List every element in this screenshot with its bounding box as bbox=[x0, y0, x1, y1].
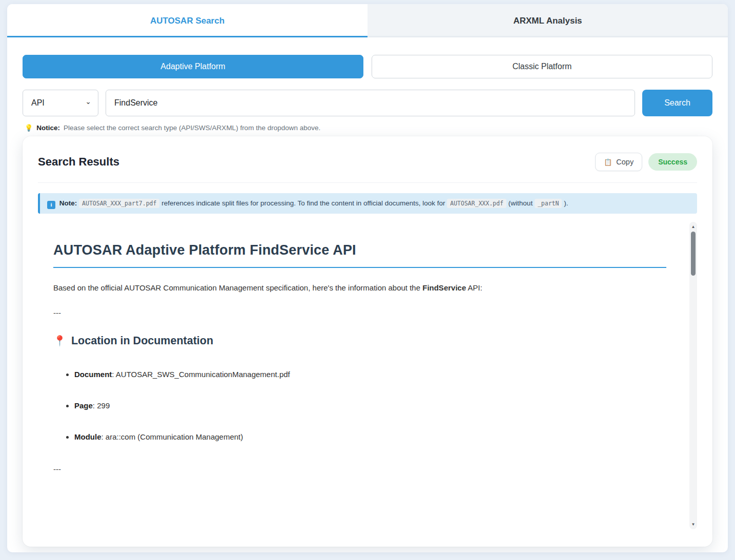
note-banner: i Note: AUTOSAR_XXX_part7.pdf references… bbox=[38, 193, 697, 214]
search-input[interactable] bbox=[106, 90, 635, 116]
tab-autosar-search-label: AUTOSAR Search bbox=[150, 16, 224, 26]
content-intro: Based on the official AUTOSAR Communicat… bbox=[53, 282, 666, 294]
search-results-card: Search Results 📋 Copy Success i Note: AU… bbox=[23, 136, 712, 547]
classic-platform-button[interactable]: Classic Platform bbox=[372, 55, 712, 78]
clipboard-icon: 📋 bbox=[604, 158, 612, 166]
results-header-actions: 📋 Copy Success bbox=[595, 153, 697, 171]
results-content: AUTOSAR Adaptive Platform FindService AP… bbox=[38, 222, 697, 529]
main-container: AUTOSAR Search ARXML Analysis Adaptive P… bbox=[7, 4, 728, 552]
scroll-down-arrow-icon[interactable]: ▼ bbox=[691, 521, 696, 528]
note-text-2: (without bbox=[506, 199, 535, 207]
markdown-divider-2: --- bbox=[53, 464, 666, 475]
note-code-suffix: _partN bbox=[535, 199, 562, 208]
search-row: API ⌄ Search bbox=[23, 90, 712, 116]
search-type-selected-value: API bbox=[31, 98, 45, 108]
section-heading-location: 📍Location in Documentation bbox=[53, 335, 666, 347]
note-text-1: references indicate split files for proc… bbox=[159, 199, 447, 207]
copy-button-label: Copy bbox=[616, 158, 634, 166]
list-item-module: Module: ara::com (Communication Manageme… bbox=[74, 432, 666, 441]
notice-label: Notice: bbox=[36, 124, 60, 132]
tab-bar: AUTOSAR Search ARXML Analysis bbox=[7, 4, 728, 37]
search-type-select[interactable]: API ⌄ bbox=[23, 90, 98, 116]
note-label: Note: bbox=[59, 199, 77, 207]
chevron-down-icon: ⌄ bbox=[85, 98, 91, 105]
info-icon: i bbox=[47, 201, 55, 209]
scroll-up-arrow-icon[interactable]: ▲ bbox=[691, 223, 696, 231]
markdown-divider-1: --- bbox=[53, 307, 666, 319]
search-button[interactable]: Search bbox=[642, 90, 712, 116]
scrollbar-thumb[interactable] bbox=[691, 232, 696, 276]
location-detail-list: Document: AUTOSAR_SWS_CommunicationManag… bbox=[53, 370, 666, 441]
scrollbar[interactable]: ▲ ▼ bbox=[689, 222, 697, 529]
tab-arxml-analysis-label: ARXML Analysis bbox=[513, 16, 582, 26]
list-item-page: Page: 299 bbox=[74, 401, 666, 410]
platform-toggle-row: Adaptive Platform Classic Platform bbox=[23, 55, 712, 78]
results-content-viewport: AUTOSAR Adaptive Platform FindService AP… bbox=[38, 222, 697, 529]
lightbulb-icon: 💡 bbox=[25, 124, 33, 132]
notice-text: Please select the correct search type (A… bbox=[64, 124, 320, 132]
results-title: Search Results bbox=[38, 155, 119, 169]
note-code-official-file: AUTOSAR_XXX.pdf bbox=[447, 199, 506, 208]
adaptive-platform-button[interactable]: Adaptive Platform bbox=[23, 55, 363, 78]
notice-line: 💡 Notice: Please select the correct sear… bbox=[25, 124, 712, 132]
app-root: AUTOSAR Search ARXML Analysis Adaptive P… bbox=[0, 0, 735, 560]
status-badge: Success bbox=[648, 153, 697, 171]
copy-button[interactable]: 📋 Copy bbox=[595, 153, 642, 171]
note-code-part-file: AUTOSAR_XXX_part7.pdf bbox=[79, 199, 159, 208]
results-header: Search Results 📋 Copy Success bbox=[38, 150, 697, 183]
list-item-document: Document: AUTOSAR_SWS_CommunicationManag… bbox=[74, 370, 666, 379]
tab-autosar-search[interactable]: AUTOSAR Search bbox=[7, 4, 368, 37]
pin-icon: 📍 bbox=[53, 335, 66, 346]
note-text-3: ). bbox=[562, 199, 568, 207]
tab-arxml-analysis[interactable]: ARXML Analysis bbox=[368, 4, 728, 37]
content-intro-keyword: FindService bbox=[422, 283, 466, 292]
content-heading: AUTOSAR Adaptive Platform FindService AP… bbox=[53, 242, 666, 268]
